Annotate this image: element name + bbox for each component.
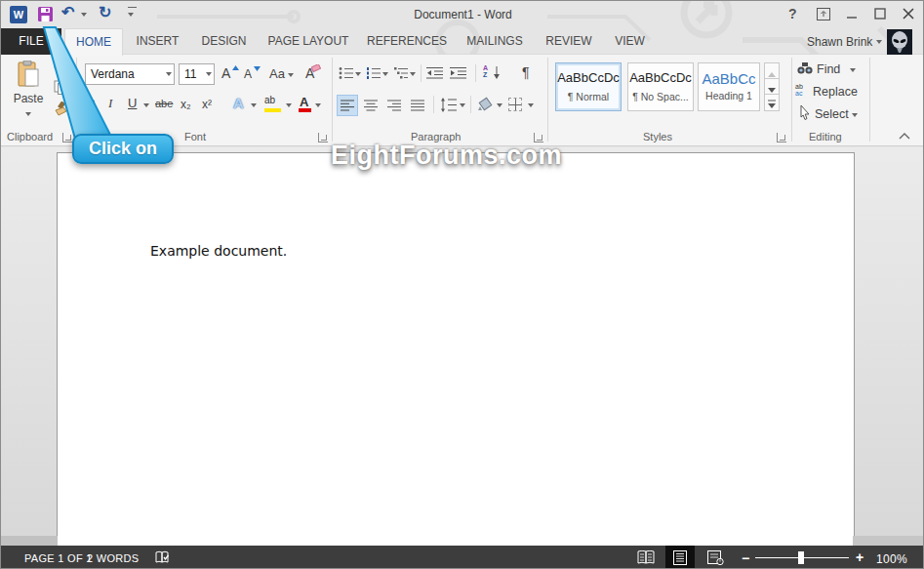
multilevel-dropdown-icon[interactable] bbox=[410, 72, 416, 79]
shading-dropdown-icon[interactable] bbox=[497, 103, 502, 110]
align-right-icon[interactable] bbox=[387, 100, 401, 111]
subscript-button[interactable]: x₂ bbox=[181, 98, 191, 111]
zoom-out-button[interactable]: − bbox=[742, 550, 749, 566]
tab-review[interactable]: REVIEW bbox=[537, 28, 601, 55]
styles-more-button[interactable] bbox=[764, 94, 780, 111]
web-layout-button[interactable] bbox=[707, 550, 724, 565]
font-name-dropdown-icon[interactable] bbox=[166, 72, 172, 79]
sort-icon[interactable]: A Z bbox=[483, 64, 502, 78]
print-layout-button[interactable] bbox=[665, 546, 695, 569]
style-no-spacing[interactable]: AaBbCcDc ¶ No Spac... bbox=[627, 62, 694, 111]
zoom-slider-handle[interactable] bbox=[798, 551, 804, 564]
page-count[interactable]: PAGE 1 OF 1 bbox=[24, 552, 93, 564]
line-spacing-icon[interactable] bbox=[440, 98, 457, 112]
tab-mailings[interactable]: MAILINGS bbox=[456, 28, 534, 55]
superscript-button[interactable]: x² bbox=[202, 98, 212, 111]
align-left-icon bbox=[341, 100, 354, 111]
font-size-dropdown-icon[interactable] bbox=[206, 72, 212, 79]
user-name[interactable]: Shawn Brink bbox=[807, 35, 872, 49]
callout-pointer bbox=[30, 20, 138, 147]
text-effects-button[interactable]: A bbox=[233, 95, 244, 111]
read-mode-button[interactable] bbox=[637, 550, 655, 564]
strikethrough-button[interactable]: abe bbox=[155, 98, 173, 109]
document-text[interactable]: Example document. bbox=[150, 243, 287, 259]
document-area: Example document. bbox=[1, 147, 924, 536]
zoom-percentage[interactable]: 100% bbox=[876, 552, 907, 566]
change-case-button[interactable]: Aa bbox=[269, 66, 285, 81]
styles-scroll-up-button[interactable] bbox=[764, 62, 780, 79]
user-dropdown-icon[interactable] bbox=[876, 40, 882, 47]
minimize-button[interactable] bbox=[846, 9, 858, 20]
select-dropdown-icon[interactable] bbox=[852, 113, 858, 120]
font-color-dropdown-icon[interactable] bbox=[315, 103, 321, 110]
text-effects-dropdown-icon[interactable] bbox=[251, 103, 257, 110]
font-size-select[interactable]: 11 bbox=[179, 63, 215, 85]
highlight-dropdown-icon[interactable] bbox=[286, 103, 292, 110]
select-icon[interactable] bbox=[799, 105, 811, 120]
style-heading-1-sample: AaBbCc bbox=[699, 70, 759, 87]
font-size-value: 11 bbox=[184, 67, 196, 81]
ribbon-display-options-button[interactable] bbox=[817, 8, 830, 20]
word-count[interactable]: 2 WORDS bbox=[87, 552, 139, 564]
horizontal-scrollbar-thumb[interactable] bbox=[1, 536, 58, 546]
font-dialog-launcher[interactable] bbox=[318, 133, 328, 142]
show-hide-pilcrow-button[interactable]: ¶ bbox=[522, 64, 530, 80]
styles-scroll-down-button[interactable] bbox=[764, 78, 780, 95]
find-dropdown-icon[interactable] bbox=[850, 68, 856, 75]
borders-button[interactable] bbox=[508, 98, 522, 111]
status-bar: PAGE 1 OF 1 2 WORDS − + 100% bbox=[1, 546, 924, 569]
maximize-button[interactable] bbox=[874, 8, 886, 20]
align-left-button[interactable] bbox=[337, 95, 358, 116]
replace-icon-ac: ac bbox=[795, 90, 811, 97]
sort-letter-z: Z bbox=[483, 71, 502, 78]
tab-view[interactable]: VIEW bbox=[604, 28, 656, 55]
tab-design[interactable]: DESIGN bbox=[192, 28, 256, 55]
scroll-down-icon bbox=[768, 88, 776, 93]
increase-indent-icon[interactable] bbox=[450, 66, 467, 80]
multilevel-list-icon[interactable] bbox=[393, 66, 409, 80]
replace-button[interactable]: Replace bbox=[813, 85, 858, 99]
line-spacing-dropdown-icon[interactable] bbox=[460, 103, 465, 110]
styles-dialog-launcher[interactable] bbox=[777, 133, 786, 142]
style-normal-sample: AaBbCcDc bbox=[556, 70, 621, 85]
tab-page-layout[interactable]: PAGE LAYOUT bbox=[259, 28, 358, 55]
change-case-dropdown-icon[interactable] bbox=[288, 73, 294, 80]
scroll-up-icon bbox=[768, 72, 776, 77]
collapse-ribbon-icon[interactable] bbox=[899, 133, 910, 140]
document-page[interactable]: Example document. bbox=[57, 152, 855, 536]
font-color-button[interactable]: A bbox=[300, 95, 308, 109]
font-color-letter: A bbox=[300, 95, 308, 109]
style-heading-1[interactable]: AaBbCc Heading 1 bbox=[698, 62, 760, 111]
style-heading-1-name: Heading 1 bbox=[699, 90, 759, 102]
editing-group-label: Editing bbox=[809, 131, 842, 142]
highlight-button[interactable]: ab bbox=[264, 95, 275, 105]
sort-letter-a: A bbox=[483, 64, 502, 71]
bullets-icon[interactable] bbox=[339, 66, 354, 80]
numbering-dropdown-icon[interactable] bbox=[382, 72, 388, 79]
proofing-status-icon[interactable] bbox=[155, 550, 170, 565]
shading-icon[interactable] bbox=[477, 97, 495, 112]
close-button[interactable] bbox=[903, 8, 914, 20]
horizontal-scrollbar[interactable] bbox=[1, 536, 924, 546]
decrease-indent-icon[interactable] bbox=[426, 66, 444, 80]
underline-dropdown-icon[interactable] bbox=[143, 103, 149, 110]
shrink-font-arrow-icon bbox=[254, 66, 261, 71]
style-no-spacing-name: ¶ No Spac... bbox=[628, 91, 693, 102]
find-icon[interactable] bbox=[797, 62, 813, 75]
shrink-font-button[interactable]: A bbox=[244, 67, 252, 81]
replace-icon[interactable]: ab ac bbox=[795, 83, 811, 97]
justify-icon[interactable] bbox=[411, 100, 424, 111]
borders-dropdown-icon[interactable] bbox=[528, 103, 534, 110]
grow-font-button[interactable]: A bbox=[221, 65, 230, 81]
select-button[interactable]: Select bbox=[815, 107, 849, 121]
zoom-in-button[interactable]: + bbox=[856, 549, 864, 565]
style-normal[interactable]: AaBbCcDc ¶ Normal bbox=[555, 62, 622, 111]
numbering-icon[interactable] bbox=[366, 66, 382, 80]
bullets-dropdown-icon[interactable] bbox=[355, 72, 361, 79]
avatar[interactable] bbox=[887, 29, 912, 55]
align-center-icon[interactable] bbox=[364, 100, 378, 111]
tab-references[interactable]: REFERENCES bbox=[361, 28, 453, 55]
highlight-color-bar bbox=[264, 108, 281, 112]
find-button[interactable]: Find bbox=[817, 62, 840, 76]
help-button[interactable]: ? bbox=[788, 6, 797, 21]
